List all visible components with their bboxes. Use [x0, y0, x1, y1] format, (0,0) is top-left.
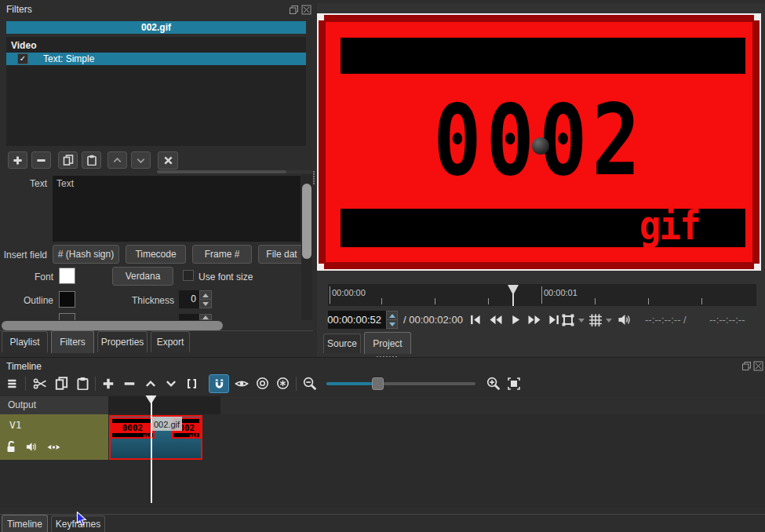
filter-props-hscrollbar[interactable]	[0, 320, 313, 331]
grid-icon	[588, 313, 603, 327]
ripple-toggle-button[interactable]	[256, 377, 269, 390]
padding-spin-up[interactable]	[199, 314, 212, 320]
font-family-label: Verdana	[126, 271, 161, 282]
deselect-filter-button[interactable]	[158, 151, 178, 169]
skip-to-end-button[interactable]	[548, 314, 560, 326]
player-playhead-line[interactable]	[512, 293, 514, 306]
use-font-size-checkbox[interactable]	[183, 270, 194, 281]
filter-row-label: Text: Simple	[43, 53, 94, 64]
thickness-spinbox[interactable]: 0	[179, 290, 199, 308]
padding-spinbox[interactable]	[179, 314, 199, 320]
timeline-panel-title: Timeline	[6, 361, 42, 372]
position-spin-down[interactable]	[386, 319, 398, 329]
ripple-icon	[256, 377, 269, 390]
grid-button[interactable]	[588, 313, 603, 327]
hscroll-thumb[interactable]	[2, 321, 223, 330]
scrub-while-dragging-button[interactable]	[235, 377, 249, 390]
play-button[interactable]	[510, 314, 521, 326]
filter-enabled-checkbox[interactable]: ✓	[17, 53, 28, 64]
overwrite-button[interactable]	[165, 377, 177, 390]
split-button[interactable]	[185, 377, 199, 390]
append-button[interactable]	[102, 377, 115, 390]
video-preview[interactable]: 0002 gif	[317, 10, 762, 271]
timeline-panel: Timeline	[0, 357, 765, 532]
filter-row-text-simple[interactable]: ✓ Text: Simple	[6, 53, 306, 65]
font-family-button[interactable]: Verdana	[112, 267, 173, 286]
tab-playlist[interactable]: Playlist	[2, 331, 48, 352]
ripple-all-tracks-button[interactable]	[276, 377, 290, 390]
zoom-slider-handle[interactable]	[372, 377, 384, 390]
tab-timeline[interactable]: Timeline	[2, 515, 48, 532]
vui-center-handle[interactable]	[532, 137, 549, 155]
cut-button[interactable]	[33, 377, 47, 391]
zoom-out-button[interactable]	[303, 377, 317, 391]
video-track-header[interactable]: V1	[0, 414, 108, 460]
add-filter-button[interactable]	[8, 151, 27, 169]
clip-name-text: 002.gif	[154, 420, 180, 429]
copy-filters-button[interactable]	[58, 151, 78, 169]
lock-track-button[interactable]	[5, 440, 18, 454]
rewind-button[interactable]	[489, 314, 503, 326]
position-timecode-field[interactable]: 00:00:00:52	[328, 311, 386, 329]
insert-filedate-label: File dat	[266, 249, 297, 260]
minus-icon	[123, 377, 136, 390]
float-panel-icon[interactable]	[289, 5, 299, 15]
insert-timecode-button[interactable]: Timecode	[126, 245, 186, 264]
fast-forward-button[interactable]	[527, 314, 541, 326]
move-filter-up-button[interactable]	[107, 151, 127, 169]
move-filter-down-button[interactable]	[131, 151, 151, 169]
zoom-fit-caret-icon[interactable]	[578, 319, 585, 322]
background-color-swatch[interactable]	[59, 313, 75, 320]
timeline-ruler[interactable]	[108, 396, 765, 414]
tab-project[interactable]: Project	[364, 332, 411, 354]
paste-filters-button[interactable]	[82, 151, 101, 169]
insert-frame-button[interactable]: Frame #	[192, 245, 252, 264]
mute-track-button[interactable]	[25, 441, 39, 453]
duration-text: / 00:00:02:00	[403, 314, 463, 326]
paste-button[interactable]	[76, 377, 89, 390]
close-panel-icon[interactable]	[301, 5, 311, 15]
vui-handle-topright[interactable]	[754, 13, 761, 20]
vui-handle-bottomright[interactable]	[754, 264, 761, 271]
filter-props-hscroll-top[interactable]	[157, 170, 312, 173]
vscroll-thumb[interactable]	[302, 184, 311, 259]
volume-button[interactable]	[617, 313, 632, 326]
timeline-zoom-slider[interactable]	[326, 382, 475, 385]
timeline-menu-button[interactable]	[6, 377, 20, 391]
insert-hash-button[interactable]: # (Hash sign)	[53, 245, 119, 264]
thickness-spin-down[interactable]	[199, 299, 212, 308]
spin-down-icon	[202, 302, 209, 306]
font-color-swatch[interactable]	[59, 268, 75, 284]
filter-props-vscrollbar[interactable]	[301, 174, 312, 320]
in-point-text: --:--:--:-- /	[645, 314, 687, 326]
zoom-fit-button[interactable]	[507, 377, 521, 391]
snap-toggle-button[interactable]	[209, 374, 229, 393]
zoom-fit-selector-button[interactable]	[561, 313, 575, 327]
text-input[interactable]: Text	[53, 176, 301, 242]
speaker-icon	[25, 441, 39, 453]
vui-handle-topleft[interactable]	[317, 13, 324, 20]
hide-track-button[interactable]	[46, 442, 61, 453]
remove-filter-button[interactable]	[31, 151, 51, 169]
close-panel-icon[interactable]	[753, 361, 763, 371]
tab-properties[interactable]: Properties	[97, 331, 148, 352]
insert-filedate-button[interactable]: File dat	[258, 245, 305, 264]
vui-handle-bottomleft[interactable]	[317, 264, 324, 271]
grid-caret-icon[interactable]	[606, 319, 612, 322]
panel-splitter-handle[interactable]	[313, 171, 315, 184]
float-panel-icon[interactable]	[741, 361, 752, 371]
lift-button[interactable]	[144, 377, 157, 390]
skip-to-start-button[interactable]	[469, 314, 482, 326]
timeline-tracks-area[interactable]: Output V1 0002	[0, 395, 765, 507]
zoom-in-button[interactable]	[486, 377, 501, 391]
player-scrub-ruler[interactable]: 00:00:00 00:00:01	[328, 284, 756, 306]
ripple-delete-button[interactable]	[123, 377, 136, 390]
tab-source[interactable]: Source	[323, 333, 361, 353]
copy-button[interactable]	[55, 377, 68, 390]
outline-color-swatch[interactable]	[59, 291, 75, 308]
output-track-header[interactable]: Output	[0, 396, 108, 414]
tab-export[interactable]: Export	[151, 331, 190, 352]
timeline-clip-002gif[interactable]: 0002 gif 0002 gif 002.gif	[109, 415, 202, 460]
bottom-dock-tabbar-line	[0, 514, 765, 515]
tab-filters[interactable]: Filters	[51, 330, 94, 353]
